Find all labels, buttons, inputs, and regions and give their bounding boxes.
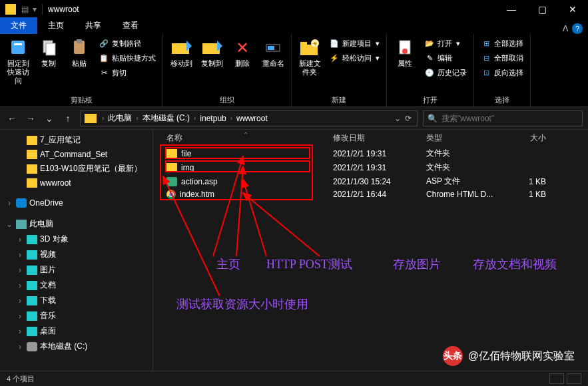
selectinv-button[interactable]: ⊡反向选择 bbox=[478, 66, 526, 79]
ribbon: 固定到快速访问 复制 粘贴 🔗复制路径 📋粘贴快捷方式 ✂剪切 剪贴板 移动到 … bbox=[0, 34, 588, 107]
copyto-button[interactable]: 复制到 bbox=[198, 37, 226, 68]
annotation: 主页 bbox=[216, 256, 240, 272]
tab-view[interactable]: 查看 bbox=[112, 17, 149, 34]
svg-rect-5 bbox=[77, 39, 82, 43]
up-button[interactable]: ↑ bbox=[61, 113, 75, 124]
tree-item[interactable]: AT_Command_Set bbox=[0, 148, 152, 161]
copypath-button[interactable]: 🔗复制路径 bbox=[96, 37, 158, 50]
group-open: 打开 bbox=[391, 94, 469, 105]
edit-button[interactable]: ✎编辑 bbox=[422, 51, 469, 65]
group-clipboard: 剪贴板 bbox=[4, 94, 158, 105]
col-date[interactable]: 修改日期 bbox=[333, 132, 426, 144]
file-list[interactable]: 名称⌃ 修改日期 类型 大小 file2021/2/1 19:31文件夹img2… bbox=[153, 130, 588, 371]
nav-tree[interactable]: 7_应用笔记AT_Command_SetE103-W10应用笔记（最新）wwwr… bbox=[0, 130, 153, 371]
back-button[interactable]: ← bbox=[5, 113, 19, 124]
file-row[interactable]: img2021/2/1 19:31文件夹 bbox=[153, 160, 588, 174]
view-details-button[interactable] bbox=[549, 373, 564, 384]
collapse-ribbon[interactable]: ᐱ bbox=[563, 24, 568, 33]
group-select: 选择 bbox=[478, 94, 526, 105]
svg-point-17 bbox=[402, 49, 408, 54]
moveto-button[interactable]: 移动到 bbox=[167, 37, 195, 68]
tree-item[interactable]: ›文档 bbox=[0, 278, 152, 293]
address-bar[interactable]: › 此电脑› 本地磁盘 (C:)› inetpub› wwwroot ⌄ ⟳ bbox=[80, 110, 418, 126]
selectnone-button[interactable]: ⊟全部取消 bbox=[478, 51, 526, 65]
tree-item[interactable]: ›3D 对象 bbox=[0, 232, 152, 247]
window-title: wwwroot bbox=[48, 5, 79, 14]
svg-rect-13 bbox=[300, 42, 307, 46]
history-button[interactable]: 🕘历史记录 bbox=[422, 66, 469, 79]
annotation: HTTP POST测试 bbox=[266, 256, 352, 272]
tab-share[interactable]: 共享 bbox=[75, 17, 112, 34]
tree-item[interactable]: ›音乐 bbox=[0, 308, 152, 323]
file-row[interactable]: action.asp2021/1/30 15:24ASP 文件1 KB bbox=[153, 174, 588, 188]
ribbon-tabs: 文件 主页 共享 查看 ᐱ ? bbox=[0, 18, 588, 34]
properties-button[interactable]: 属性 bbox=[391, 37, 419, 68]
view-icons-button[interactable] bbox=[567, 373, 581, 384]
col-size[interactable]: 大小 bbox=[506, 132, 559, 144]
open-button[interactable]: 📂打开▾ bbox=[422, 37, 469, 50]
maximize-button[interactable]: ▢ bbox=[527, 0, 557, 18]
cut-button[interactable]: ✂剪切 bbox=[96, 66, 158, 79]
newfolder-button[interactable]: ✦新建文件夹 bbox=[296, 37, 324, 77]
tree-item[interactable]: 7_应用笔记 bbox=[0, 132, 152, 148]
crumb[interactable]: inetpub bbox=[197, 114, 228, 123]
search-input[interactable] bbox=[441, 114, 578, 123]
svg-text:✦: ✦ bbox=[312, 40, 318, 47]
tab-file[interactable]: 文件 bbox=[0, 17, 37, 34]
tree-item[interactable]: wwwroot bbox=[0, 176, 152, 190]
app-icon bbox=[5, 4, 16, 15]
paste-button[interactable]: 粘贴 bbox=[65, 37, 93, 68]
newitem-button[interactable]: 📄新建项目▾ bbox=[326, 37, 382, 50]
crumb[interactable]: 本地磁盘 (C:) bbox=[140, 112, 192, 124]
tree-item[interactable]: ›OneDrive bbox=[0, 196, 152, 210]
annotation: 测试获取资源大小时使用 bbox=[176, 296, 308, 312]
qat-item[interactable]: ▤ bbox=[21, 5, 29, 14]
search-icon: 🔍 bbox=[428, 114, 438, 123]
annotation: 存放文档和视频 bbox=[473, 256, 566, 272]
col-name[interactable]: 名称⌃ bbox=[153, 132, 333, 144]
minimize-button[interactable]: — bbox=[496, 0, 527, 18]
tree-item[interactable]: ›下载 bbox=[0, 293, 152, 308]
selectall-button[interactable]: ⊞全部选择 bbox=[478, 37, 526, 50]
help-button[interactable]: ? bbox=[572, 23, 583, 34]
annotation: 存放图片 bbox=[393, 256, 441, 272]
status-bar: 4 个项目 bbox=[0, 371, 588, 386]
svg-rect-3 bbox=[46, 43, 55, 55]
tree-item[interactable]: ›本地磁盘 (C:) bbox=[0, 339, 152, 354]
delete-button[interactable]: ✕删除 bbox=[228, 37, 256, 68]
group-new: 新建 bbox=[296, 94, 382, 105]
copy-button[interactable]: 复制 bbox=[35, 37, 63, 68]
rename-button[interactable]: 重命名 bbox=[259, 37, 287, 68]
group-organize: 组织 bbox=[167, 94, 287, 105]
file-row[interactable]: index.htm2021/2/1 16:44Chrome HTML D...1… bbox=[153, 188, 588, 200]
col-type[interactable]: 类型 bbox=[426, 132, 506, 144]
close-button[interactable]: ✕ bbox=[557, 0, 588, 18]
pasteshortcut-button[interactable]: 📋粘贴快捷方式 bbox=[96, 51, 158, 65]
svg-line-22 bbox=[243, 193, 320, 256]
crumb[interactable]: 此电脑 bbox=[105, 112, 135, 124]
tree-item[interactable]: ⌄此电脑 bbox=[0, 216, 152, 232]
window-controls: — ▢ ✕ bbox=[496, 0, 588, 18]
svg-rect-11 bbox=[268, 46, 274, 50]
watermark-icon: 头条 bbox=[443, 346, 463, 366]
refresh-button[interactable]: ⟳ bbox=[405, 114, 412, 123]
tab-home[interactable]: 主页 bbox=[37, 17, 75, 34]
crumb[interactable]: wwwroot bbox=[234, 114, 270, 123]
forward-button[interactable]: → bbox=[24, 113, 37, 124]
watermark-text: @亿佰特物联网实验室 bbox=[468, 349, 575, 363]
pin-button[interactable]: 固定到快速访问 bbox=[4, 37, 32, 85]
qat-item[interactable]: ▾ bbox=[33, 5, 37, 14]
tree-item[interactable]: E103-W10应用笔记（最新） bbox=[0, 161, 152, 176]
tree-item[interactable]: ›视频 bbox=[0, 247, 152, 262]
recent-dropdown[interactable]: ⌄ bbox=[43, 113, 56, 124]
item-count: 4 个项目 bbox=[7, 374, 35, 384]
column-headers[interactable]: 名称⌃ 修改日期 类型 大小 bbox=[153, 130, 588, 146]
file-row[interactable]: file2021/2/1 19:31文件夹 bbox=[153, 146, 588, 160]
tree-item[interactable]: ›图片 bbox=[0, 262, 152, 278]
svg-rect-0 bbox=[11, 41, 25, 54]
search-box[interactable]: 🔍 bbox=[423, 110, 583, 126]
tree-item[interactable]: ›桌面 bbox=[0, 323, 152, 339]
address-dropdown[interactable]: ⌄ bbox=[394, 114, 401, 123]
easyaccess-button[interactable]: ⚡轻松访问▾ bbox=[326, 51, 382, 65]
folder-icon bbox=[85, 114, 97, 123]
